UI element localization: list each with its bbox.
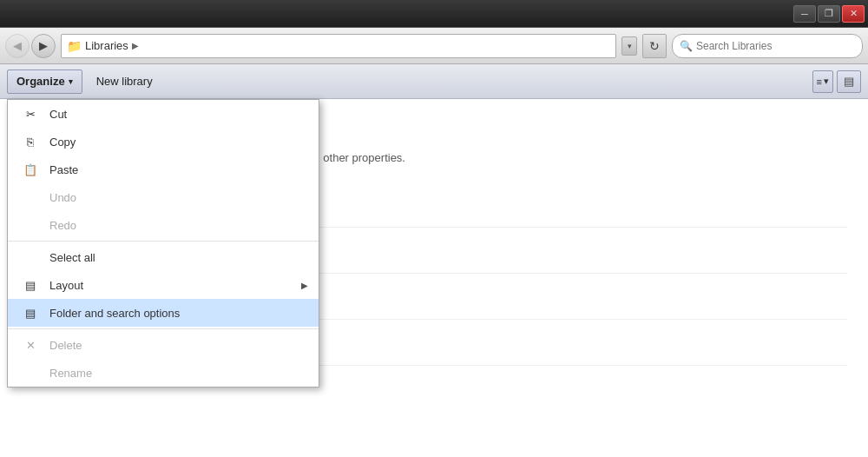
address-bar: ◀ ▶ 📁 Libraries ▶ ▾ ↻ 🔍 [0, 28, 868, 64]
menu-item-label: Redo [49, 219, 76, 232]
new-library-label: New library [96, 75, 153, 88]
paste-icon: 📋 [18, 163, 43, 176]
view-button[interactable]: ≡ ▾ [812, 70, 833, 93]
forward-icon: ▶ [39, 39, 48, 52]
breadcrumb-root: Libraries [85, 39, 128, 52]
delete-icon: ✕ [18, 339, 43, 352]
menu-item-paste[interactable]: 📋Paste [8, 156, 319, 183]
menu-item-layout[interactable]: ▤Layout▶ [8, 271, 319, 299]
dropdown-icon: ▾ [628, 42, 632, 50]
copy-icon: ⎘ [18, 136, 43, 149]
back-button[interactable]: ◀ [5, 34, 30, 58]
close-button[interactable]: ✕ [842, 5, 865, 23]
restore-button[interactable]: ❐ [818, 5, 840, 23]
search-icon: 🔍 [680, 40, 693, 52]
breadcrumb: Libraries ▶ [85, 39, 139, 52]
minimize-button[interactable]: ─ [793, 5, 816, 23]
menu-item-label: Cut [49, 108, 67, 121]
search-box[interactable]: 🔍 [672, 34, 863, 58]
menu-item-label: Select all [49, 251, 95, 264]
menu-item-label: Layout [49, 279, 83, 292]
toolbar: Organize ▾ New library ≡ ▾ ▤ [0, 64, 868, 99]
back-icon: ◀ [13, 39, 22, 52]
nav-buttons: ◀ ▶ [5, 34, 56, 58]
submenu-arrow: ▶ [301, 281, 308, 290]
window-controls: ─ ❐ ✕ [793, 5, 865, 23]
address-input[interactable]: 📁 Libraries ▶ [61, 34, 616, 58]
menu-separator [8, 328, 319, 329]
menu-item-folder_options[interactable]: ▤Folder and search options [8, 299, 319, 327]
search-input[interactable] [696, 40, 855, 52]
toolbar-right: ≡ ▾ ▤ [812, 70, 861, 93]
layout-icon: ▤ [18, 279, 43, 292]
organize-arrow: ▾ [69, 77, 73, 86]
new-library-button[interactable]: New library [89, 70, 160, 94]
organize-dropdown-menu: ✂Cut⎘Copy📋PasteUndoRedoSelect all▤Layout… [7, 99, 319, 387]
breadcrumb-separator: ▶ [132, 41, 139, 50]
menu-item-label: Copy [49, 136, 76, 149]
menu-item-copy[interactable]: ⎘Copy [8, 128, 319, 156]
menu-item-label: Undo [49, 191, 76, 204]
menu-item-label: Paste [49, 163, 78, 176]
view-arrow: ▾ [824, 76, 829, 87]
pane-button[interactable]: ▤ [837, 70, 861, 93]
menu-item-label: Delete [49, 339, 82, 352]
menu-item-label: Folder and search options [49, 307, 180, 320]
cut-icon: ✂ [18, 108, 43, 121]
menu-item-undo: Undo [8, 183, 319, 211]
address-dropdown[interactable]: ▾ [621, 36, 637, 56]
refresh-button[interactable]: ↻ [642, 34, 667, 58]
menu-item-rename: Rename [8, 359, 319, 387]
menu-item-delete: ✕Delete [8, 331, 319, 359]
refresh-icon: ↻ [649, 39, 660, 53]
menu-item-select_all[interactable]: Select all [8, 243, 319, 271]
organize-label: Organize [16, 75, 65, 88]
folder_options-icon: ▤ [18, 307, 43, 320]
menu-item-label: Rename [49, 367, 92, 380]
menu-item-redo: Redo [8, 211, 319, 239]
menu-item-cut[interactable]: ✂Cut [8, 100, 319, 128]
folder-icon: 📁 [67, 39, 82, 53]
pane-icon: ▤ [844, 75, 854, 88]
view-icon: ≡ [817, 76, 822, 87]
title-bar: ─ ❐ ✕ [0, 0, 868, 28]
menu-separator [8, 241, 319, 242]
forward-button[interactable]: ▶ [31, 34, 56, 58]
organize-button[interactable]: Organize ▾ [7, 70, 82, 94]
